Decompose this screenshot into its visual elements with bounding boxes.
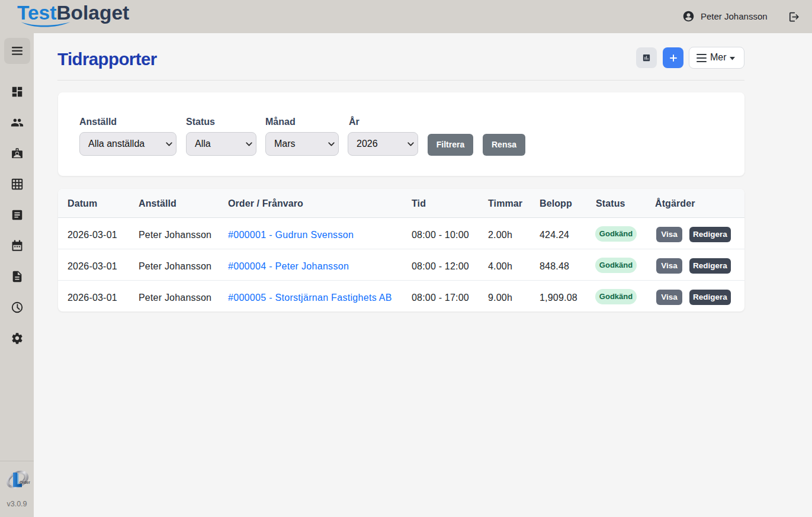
svg-text:Order: Order — [20, 480, 30, 484]
